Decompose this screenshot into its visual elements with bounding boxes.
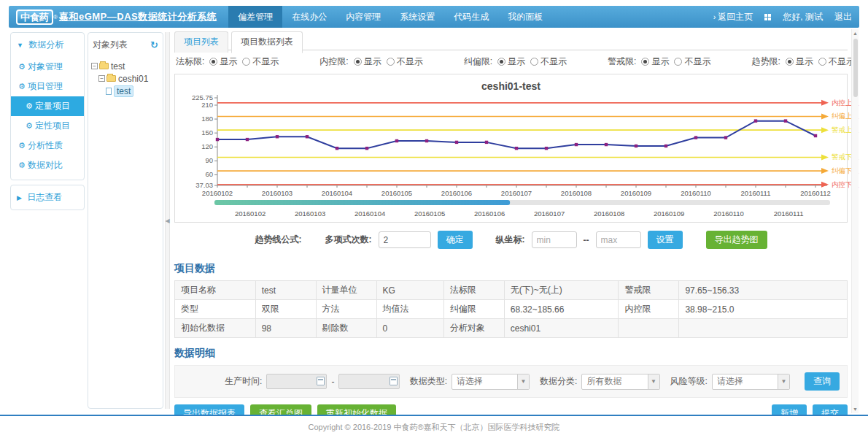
tab-项目列表[interactable]: 项目列表 bbox=[174, 31, 228, 53]
sidebar-item-数据对比[interactable]: ⚙数据对比 bbox=[11, 155, 84, 175]
panel-splitter[interactable]: ◀ bbox=[165, 32, 170, 409]
radio-label: 显示 bbox=[796, 56, 813, 66]
app-logo: 中食药® 嘉和eGMP—DAS数据统计分析系统 bbox=[16, 9, 217, 25]
radio-不显示[interactable] bbox=[242, 58, 250, 66]
table-cell: 分析对象 bbox=[443, 319, 504, 338]
copyright-text: Copyright © 2016-2019 中食药®嘉和天下（北京）国际医学科技… bbox=[308, 423, 559, 431]
table-cell: 均值法 bbox=[376, 300, 443, 319]
chevron-down-icon: ▼ bbox=[778, 374, 789, 389]
search-button[interactable]: 查询 bbox=[805, 372, 840, 391]
radio-显示[interactable] bbox=[497, 58, 505, 66]
radio-不显示[interactable] bbox=[387, 58, 395, 66]
calendar-icon bbox=[317, 377, 325, 385]
sidebar-item-项目管理[interactable]: ⚙项目管理 bbox=[11, 77, 84, 96]
table-cell: 初始化数据 bbox=[175, 319, 256, 338]
date-start-input[interactable] bbox=[266, 374, 327, 389]
y-max-input[interactable] bbox=[596, 231, 641, 248]
trend-formula-label: 趋势线公式: bbox=[255, 234, 302, 246]
vertical-scrollbar[interactable]: ▲ ▼ bbox=[851, 29, 859, 413]
scroll-down-icon[interactable]: ▼ bbox=[852, 407, 859, 412]
radio-不显示[interactable] bbox=[818, 58, 826, 66]
sidebar-section-log-view[interactable]: ▶ 日志查看 bbox=[11, 185, 84, 210]
tree-node-test[interactable]: −test bbox=[90, 60, 161, 72]
tree-collapse-icon[interactable]: − bbox=[91, 63, 98, 69]
sidebar-item-定量项目[interactable]: ⚙定量项目 bbox=[11, 96, 84, 116]
sidebar-panel-log-view: ▶ 日志查看 bbox=[10, 185, 85, 210]
nav-item-在线办公[interactable]: 在线办公 bbox=[282, 6, 336, 28]
date-end-input[interactable] bbox=[338, 374, 399, 389]
trend-chart-panel: ceshi01-test 225.75210180150120906037.03… bbox=[174, 74, 848, 223]
tree-collapse-icon[interactable]: − bbox=[98, 75, 105, 82]
object-list-title: 对象列表 bbox=[93, 39, 128, 51]
chevron-right-icon: › bbox=[713, 12, 716, 21]
table-row: 项目名称test计量单位KG法标限无(下)~无(上)警戒限97.65~156.3… bbox=[175, 281, 848, 300]
refresh-icon[interactable]: ↻ bbox=[150, 42, 158, 49]
sidebar-item-定性项目[interactable]: ⚙定性项目 bbox=[11, 116, 84, 136]
trend-line-chart[interactable]: 225.75210180150120906037.03内控上限: 215.0纠偏… bbox=[175, 92, 859, 222]
object-tree: −test−ceshi01test bbox=[88, 57, 163, 100]
limit-toggle-趋势限: 趋势限:显示不显示 bbox=[751, 55, 854, 68]
sidebar-item-label: 定性项目 bbox=[35, 120, 70, 131]
set-button[interactable]: 设置 bbox=[648, 231, 683, 249]
table-cell: 方法 bbox=[316, 300, 376, 319]
logo-badge: 中食药 bbox=[16, 9, 53, 25]
return-home-link[interactable]: ›返回主页 bbox=[713, 11, 753, 23]
limit-toggle-label: 法标限: bbox=[176, 56, 204, 66]
data-type-select[interactable]: 请选择▼ bbox=[452, 374, 530, 390]
svg-text:20160109: 20160109 bbox=[654, 210, 684, 218]
sidebar-item-分析性质[interactable]: ⚙分析性质 bbox=[11, 136, 84, 155]
svg-text:20160107: 20160107 bbox=[501, 189, 532, 197]
sidebar-item-label: 项目管理 bbox=[28, 81, 63, 91]
sidebar-section-data-analysis[interactable]: ▼ 数据分析 bbox=[11, 33, 84, 57]
sidebar-item-对象管理[interactable]: ⚙对象管理 bbox=[11, 57, 84, 77]
svg-text:20160103: 20160103 bbox=[262, 189, 292, 197]
radio-label: 显示 bbox=[508, 56, 525, 66]
nav-item-我的面板[interactable]: 我的面板 bbox=[498, 6, 552, 28]
y-min-input[interactable] bbox=[532, 231, 577, 248]
radio-显示[interactable] bbox=[786, 58, 794, 66]
radio-显示[interactable] bbox=[641, 58, 649, 66]
radio-不显示[interactable] bbox=[674, 58, 682, 66]
risk-level-select[interactable]: 请选择▼ bbox=[712, 374, 790, 390]
scrollbar-thumb[interactable] bbox=[853, 39, 858, 97]
svg-text:20160110: 20160110 bbox=[681, 189, 711, 197]
tree-node-test[interactable]: test bbox=[90, 85, 161, 97]
nav-item-系统设置[interactable]: 系统设置 bbox=[390, 6, 444, 28]
object-list-panel: 对象列表 ↻ −test−ceshi01test bbox=[88, 32, 163, 409]
radio-label: 不显示 bbox=[397, 56, 423, 66]
collapse-left-icon: ◀ bbox=[165, 218, 169, 224]
table-cell: 68.32~185.66 bbox=[504, 300, 619, 319]
scroll-up-icon[interactable]: ▲ bbox=[852, 29, 859, 37]
data-category-select[interactable]: 所有数据▼ bbox=[581, 374, 659, 390]
table-cell: 双限 bbox=[255, 300, 316, 319]
svg-text:20160104: 20160104 bbox=[322, 189, 352, 197]
sidebar-item-label: 对象管理 bbox=[28, 61, 63, 72]
svg-text:20160105: 20160105 bbox=[414, 210, 445, 218]
sidebar-panel-data-analysis: ▼ 数据分析 ⚙对象管理⚙项目管理⚙定量项目⚙定性项目⚙分析性质⚙数据对比 bbox=[10, 32, 85, 180]
radio-label: 不显示 bbox=[252, 56, 279, 66]
tab-项目数据列表[interactable]: 项目数据列表 bbox=[231, 31, 303, 53]
gear-icon: ⚙ bbox=[18, 62, 26, 71]
poly-degree-label: 多项式次数: bbox=[325, 234, 372, 246]
radio-不显示[interactable] bbox=[530, 58, 538, 66]
export-trend-chart-button[interactable]: 导出趋势图 bbox=[706, 231, 767, 249]
logout-link[interactable]: 退出 bbox=[834, 11, 852, 23]
y-axis-label: 纵坐标: bbox=[496, 234, 525, 246]
nav-item-偏差管理[interactable]: 偏差管理 bbox=[228, 6, 282, 28]
svg-text:150: 150 bbox=[201, 128, 213, 137]
grid-icon[interactable] bbox=[764, 14, 771, 20]
poly-degree-input[interactable] bbox=[379, 231, 431, 248]
risk-level-label: 风险等级: bbox=[670, 375, 708, 388]
sidebar-item-label: 数据对比 bbox=[28, 160, 63, 170]
topbar-right: ›返回主页 您好, 测试 退出 bbox=[713, 11, 852, 23]
radio-显示[interactable] bbox=[209, 58, 217, 66]
data-type-label: 数据类型: bbox=[410, 375, 447, 388]
gear-icon: ⚙ bbox=[18, 141, 26, 150]
confirm-button[interactable]: 确定 bbox=[438, 231, 473, 249]
chevron-down-icon: ▼ bbox=[648, 374, 659, 389]
nav-item-内容管理[interactable]: 内容管理 bbox=[336, 6, 390, 28]
radio-显示[interactable] bbox=[354, 58, 362, 66]
nav-item-代码生成[interactable]: 代码生成 bbox=[444, 6, 498, 28]
tree-node-ceshi01[interactable]: −ceshi01 bbox=[90, 72, 161, 85]
production-time-label: 生产时间: bbox=[225, 375, 262, 388]
